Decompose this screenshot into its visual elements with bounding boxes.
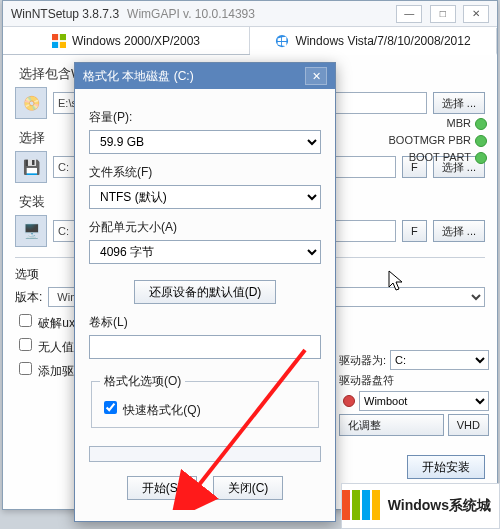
browse-source-button[interactable]: 选择 ...	[433, 92, 485, 114]
capacity-label: 容量(P):	[89, 109, 321, 126]
format-start-button[interactable]: 开始(S)	[127, 476, 197, 500]
tune-button[interactable]: 化调整	[339, 414, 444, 436]
windows-icon	[52, 34, 66, 48]
format-progress	[89, 446, 321, 462]
windows-icon	[275, 34, 289, 48]
format-dialog-title: 格式化 本地磁盘 (C:)	[83, 68, 194, 85]
status-dot-mbr	[475, 118, 487, 130]
format-close-button[interactable]: ✕	[305, 67, 327, 85]
fs-label: 文件系统(F)	[89, 164, 321, 181]
right-options: 驱动器为: C: 驱动器盘符 Wimboot 化调整 VHD	[339, 347, 489, 439]
format-install-button[interactable]: F	[402, 220, 427, 242]
quick-format-checkbox[interactable]: 快速格式化(Q)	[100, 403, 201, 417]
api-version: WimGAPI v. 10.0.14393	[127, 7, 255, 21]
status-column: MBR BOOTMGR PBR BOOT PART	[387, 117, 487, 164]
start-install-button[interactable]: 开始安装	[407, 455, 485, 479]
restore-defaults-button[interactable]: 还原设备的默认值(D)	[134, 280, 277, 304]
alloc-label: 分配单元大小(A)	[89, 219, 321, 236]
volume-label-label: 卷标(L)	[89, 314, 321, 331]
status-mbr: MBR	[447, 117, 471, 129]
volume-label-input[interactable]	[89, 335, 321, 359]
browse-install-button[interactable]: 选择 ...	[433, 220, 485, 242]
install-icon: 🖥️	[15, 215, 47, 247]
tab-winvista[interactable]: Windows Vista/7/8/10/2008/2012	[250, 28, 497, 55]
titlebar: WinNTSetup 3.8.7.3 WimGAPI v. 10.0.14393…	[3, 1, 497, 27]
format-options-legend: 格式化选项(O)	[100, 373, 185, 390]
format-close-btn[interactable]: 关闭(C)	[213, 476, 284, 500]
status-bootpart: BOOT PART	[409, 151, 471, 163]
boot-icon: 💾	[15, 151, 47, 183]
drive-as-label: 驱动器为:	[339, 353, 386, 368]
wimboot-dot	[343, 395, 355, 407]
vhd-button[interactable]: VHD	[448, 414, 489, 436]
tab-win2000-label: Windows 2000/XP/2003	[72, 34, 200, 48]
version-label: 版本:	[15, 289, 42, 306]
minimize-button[interactable]: —	[396, 5, 422, 23]
disk-label: 驱动器盘符	[339, 373, 394, 388]
drive-as-select[interactable]: C:	[390, 350, 489, 370]
svg-rect-0	[52, 34, 58, 40]
svg-rect-2	[52, 41, 58, 47]
status-bootmgr: BOOTMGR PBR	[388, 134, 471, 146]
svg-rect-3	[60, 41, 66, 47]
tab-win2000[interactable]: Windows 2000/XP/2003	[3, 27, 250, 54]
capacity-select[interactable]: 59.9 GB	[89, 130, 321, 154]
app-title: WinNTSetup 3.8.7.3	[11, 7, 119, 21]
close-button[interactable]: ✕	[463, 5, 489, 23]
fs-select[interactable]: NTFS (默认)	[89, 185, 321, 209]
status-dot-bootmgr	[475, 135, 487, 147]
badge-text: Windows系统城	[388, 497, 491, 515]
format-dialog: 格式化 本地磁盘 (C:) ✕ 容量(P): 59.9 GB 文件系统(F) N…	[74, 62, 336, 522]
tab-winvista-label: Windows Vista/7/8/10/2008/2012	[295, 34, 470, 48]
alloc-select[interactable]: 4096 字节	[89, 240, 321, 264]
os-tabs: Windows 2000/XP/2003 Windows Vista/7/8/1…	[3, 27, 497, 55]
source-icon: 📀	[15, 87, 47, 119]
status-dot-bootpart	[475, 152, 487, 164]
format-options-fieldset: 格式化选项(O) 快速格式化(Q)	[91, 373, 319, 428]
maximize-button[interactable]: □	[430, 5, 456, 23]
site-badge: Windows系统城	[341, 483, 500, 529]
svg-rect-1	[60, 34, 66, 40]
wimboot-select[interactable]: Wimboot	[359, 391, 489, 411]
